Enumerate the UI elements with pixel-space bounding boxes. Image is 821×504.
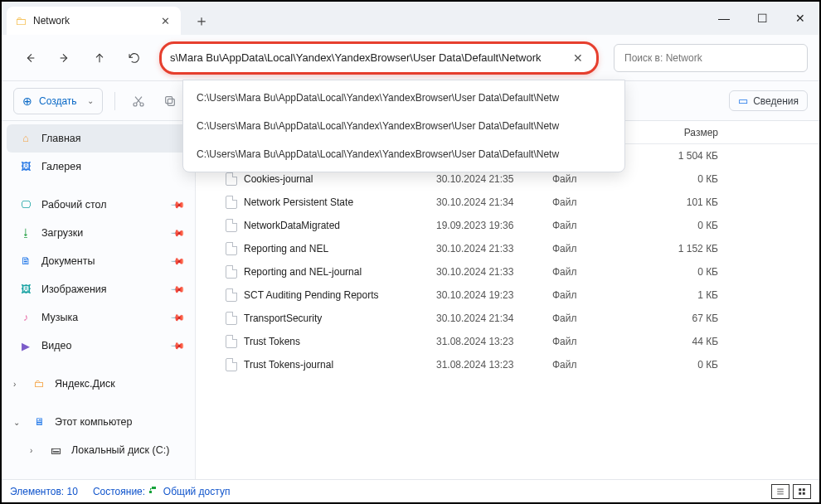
create-button[interactable]: ⊕ Создать ⌄	[13, 88, 103, 114]
view-icons-button[interactable]	[793, 484, 811, 499]
sidebar-item-label: Яндекс.Диск	[55, 378, 115, 390]
suggestion-item[interactable]: C:\Users\Mara Bu\AppData\Local\Yandex\Ya…	[183, 84, 624, 112]
cut-button[interactable]	[127, 90, 150, 113]
sidebar-item-label: Музыка	[41, 312, 78, 323]
table-row[interactable]: Trust Tokens-journal 31.08.2024 13:23 Фа…	[196, 353, 819, 376]
file-icon	[226, 172, 237, 186]
file-name: Trust Tokens	[244, 336, 300, 347]
file-date: 30.10.2024 21:33	[428, 243, 544, 254]
file-area: Размер 1 504 КБ Cookies-journal 30.10.20…	[196, 121, 819, 479]
up-button[interactable]	[85, 43, 114, 73]
pictures-icon: 🖼	[18, 282, 33, 297]
table-row[interactable]: Reporting and NEL-journal 30.10.2024 21:…	[196, 260, 819, 284]
sidebar-item-music[interactable]: ♪ Музыка 📌	[2, 303, 195, 332]
address-suggestions: C:\Users\Mara Bu\AppData\Local\Yandex\Ya…	[182, 80, 625, 172]
suggestion-item[interactable]: C:\Users\Mara Bu\AppData\Local\Yandex\Ya…	[183, 140, 624, 168]
minimize-button[interactable]: ―	[705, 2, 743, 35]
status-state: Состояние: Общий доступ	[93, 485, 231, 497]
sidebar-item-label: Видео	[41, 340, 72, 351]
file-date: 30.10.2024 19:23	[428, 289, 544, 301]
sidebar-item-thispc[interactable]: ⌄ 🖥 Этот компьютер	[2, 408, 195, 436]
sidebar-item-videos[interactable]: ▶ Видео 📌	[2, 332, 195, 360]
sidebar-item-home[interactable]: ⌂ Главная	[7, 124, 190, 153]
close-button[interactable]: ✕	[781, 2, 819, 35]
refresh-button[interactable]	[119, 43, 149, 73]
chevron-down-icon: ⌄	[87, 96, 94, 105]
sidebar-item-cdrive[interactable]: › 🖴 Локальный диск (C:)	[2, 436, 195, 464]
table-row[interactable]: TransportSecurity 30.10.2024 21:34 Файл …	[196, 307, 819, 330]
pin-icon: 📌	[169, 309, 185, 325]
chevron-icon[interactable]: ⌄	[13, 418, 23, 427]
file-name: SCT Auditing Pending Reports	[244, 289, 379, 301]
file-size: 44 КБ	[644, 336, 743, 347]
address-bar[interactable]: ✕	[159, 41, 599, 75]
search-input[interactable]	[615, 52, 807, 64]
home-icon: ⌂	[18, 131, 33, 146]
sidebar-item-documents[interactable]: 🗎 Документы 📌	[2, 247, 195, 275]
file-type: Файл	[544, 220, 644, 231]
file-name: Network Persistent State	[244, 196, 353, 208]
file-icon	[226, 219, 237, 232]
file-date: 30.10.2024 21:34	[428, 196, 544, 208]
pin-icon: 📌	[169, 337, 185, 353]
sidebar-item-gallery[interactable]: 🖼 Галерея	[2, 153, 195, 181]
file-icon	[226, 335, 237, 348]
file-name: NetworkDataMigrated	[244, 220, 340, 231]
address-input[interactable]	[170, 51, 563, 64]
svg-rect-13	[803, 488, 805, 491]
window-controls: ― ☐ ✕	[705, 2, 819, 35]
file-size: 0 КБ	[644, 359, 743, 371]
table-row[interactable]: Network Persistent State 30.10.2024 21:3…	[196, 191, 819, 214]
col-size[interactable]: Размер	[644, 127, 743, 138]
pc-icon: 🖥	[32, 414, 46, 429]
pin-icon: 📌	[169, 196, 185, 212]
view-details-button[interactable]	[771, 484, 789, 499]
file-date: 30.10.2024 21:34	[428, 313, 544, 324]
sidebar-item-pictures[interactable]: 🖼 Изображения 📌	[2, 275, 195, 303]
file-rows: 1 504 КБ Cookies-journal 30.10.2024 21:3…	[196, 144, 819, 479]
body: ⌂ Главная 🖼 Галерея 🖵 Рабочий стол 📌 ⭳ З…	[2, 121, 819, 479]
back-button[interactable]	[15, 43, 45, 73]
sidebar-item-label: Рабочий стол	[41, 199, 106, 211]
svg-rect-14	[799, 492, 801, 494]
file-type: Файл	[544, 266, 644, 278]
search-box[interactable]	[614, 44, 808, 72]
sidebar-item-yadisk[interactable]: › 🗀 Яндекс.Диск	[2, 370, 195, 398]
file-date: 31.08.2024 13:23	[428, 359, 544, 371]
copy-button[interactable]	[158, 90, 182, 113]
table-row[interactable]: SCT Auditing Pending Reports 30.10.2024 …	[196, 284, 819, 307]
svg-line-6	[135, 96, 141, 103]
new-tab-button[interactable]: ＋	[187, 7, 216, 35]
sidebar-item-desktop[interactable]: 🖵 Рабочий стол 📌	[2, 191, 195, 219]
desktop-icon: 🖵	[18, 197, 33, 212]
chevron-icon[interactable]: ›	[30, 446, 40, 455]
sidebar-item-downloads[interactable]: ⭳ Загрузки 📌	[2, 219, 195, 247]
file-size: 1 152 КБ	[644, 243, 743, 254]
table-row[interactable]: Reporting and NEL 30.10.2024 21:33 Файл …	[196, 237, 819, 260]
music-icon: ♪	[18, 310, 33, 325]
maximize-button[interactable]: ☐	[743, 2, 781, 35]
file-icon	[226, 196, 237, 209]
suggestion-item[interactable]: C:\Users\Mara Bu\AppData\Local\Yandex\Ya…	[183, 112, 624, 140]
file-type: Файл	[544, 359, 644, 371]
share-icon	[148, 485, 158, 495]
chevron-icon[interactable]: ›	[13, 380, 23, 389]
sidebar: ⌂ Главная 🖼 Галерея 🖵 Рабочий стол 📌 ⭳ З…	[2, 121, 196, 479]
forward-button[interactable]	[50, 43, 80, 73]
table-row[interactable]: NetworkDataMigrated 19.09.2023 19:36 Фай…	[196, 214, 819, 237]
close-tab-button[interactable]: ✕	[158, 13, 172, 28]
file-name: Reporting and NEL-journal	[244, 266, 362, 278]
details-button[interactable]: ▭ Сведения	[729, 90, 808, 111]
gallery-icon: 🖼	[18, 159, 33, 174]
table-row[interactable]: Trust Tokens 31.08.2024 13:23 Файл 44 КБ	[196, 330, 819, 353]
file-icon	[226, 288, 237, 302]
file-type: Файл	[544, 289, 644, 301]
view-buttons	[771, 484, 811, 499]
sidebar-item-label: Главная	[41, 133, 81, 144]
sidebar-item-label: Этот компьютер	[55, 416, 132, 428]
file-type: Файл	[544, 313, 644, 324]
tab-network[interactable]: 🗀 Network ✕	[7, 7, 181, 35]
create-label: Создать	[39, 95, 77, 107]
file-date: 19.09.2023 19:36	[428, 220, 544, 231]
address-clear-button[interactable]: ✕	[570, 50, 586, 66]
